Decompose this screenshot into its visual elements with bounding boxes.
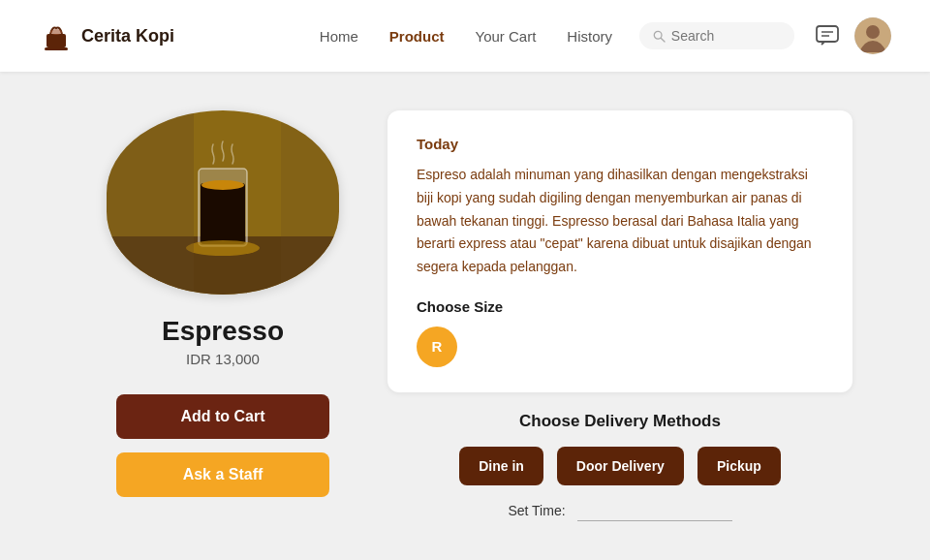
left-panel: Espresso IDR 13,000 Add to Cart Ask a St… [97,110,349,497]
size-r-button[interactable]: R [417,327,457,367]
product-photo [107,110,339,295]
avatar[interactable] [854,17,891,54]
chat-icon [815,23,840,48]
size-options: R [417,327,823,367]
delivery-section: Choose Delivery Methods Dine in Door Del… [388,412,852,521]
set-time-row: Set Time: [508,501,731,521]
svg-rect-5 [817,26,838,42]
svg-rect-0 [46,34,66,47]
set-time-input[interactable] [577,501,732,521]
svg-rect-13 [201,183,245,244]
svg-point-14 [202,180,244,190]
nav-product[interactable]: Product [389,28,445,45]
set-time-label: Set Time: [508,503,565,518]
delivery-buttons: Dine in Door Delivery Pickup [459,447,781,485]
nav-links: Home Product Your Cart History [320,28,612,45]
svg-rect-1 [45,47,68,50]
product-description: Espreso adalah minuman yang dihasilkan d… [417,164,823,279]
choose-size-label: Choose Size [417,298,823,315]
chat-icon-button[interactable] [810,18,845,53]
svg-rect-16 [107,110,194,295]
svg-line-4 [661,38,665,42]
svg-point-15 [186,240,260,256]
nav-cart[interactable]: Your Cart [476,28,537,45]
today-label: Today [417,136,823,152]
product-name: Espresso [162,316,284,347]
nav-history[interactable]: History [567,28,612,45]
search-icon [653,29,666,44]
avatar-image [854,17,891,54]
svg-point-2 [50,29,62,35]
svg-point-9 [866,25,880,39]
ask-staff-button[interactable]: Ask a Staff [116,452,329,497]
nav-home[interactable]: Home [320,28,358,45]
search-input[interactable] [671,28,781,44]
delivery-title: Choose Delivery Methods [519,412,721,431]
pickup-button[interactable]: Pickup [698,447,781,485]
product-price: IDR 13,000 [186,351,260,367]
logo-icon [39,18,74,53]
right-panel: Today Espreso adalah minuman yang dihasi… [388,110,852,521]
door-delivery-button[interactable]: Door Delivery [557,447,684,485]
main-content: Espresso IDR 13,000 Add to Cart Ask a St… [0,72,930,560]
navbar: Cerita Kopi Home Product Your Cart Histo… [0,0,930,72]
dine-in-button[interactable]: Dine in [459,447,543,485]
brand-name: Cerita Kopi [81,26,174,47]
svg-rect-17 [281,110,339,295]
search-bar[interactable] [639,22,794,49]
product-image [107,110,339,295]
add-to-cart-button[interactable]: Add to Cart [116,394,329,439]
logo-area[interactable]: Cerita Kopi [39,18,174,53]
product-info-card: Today Espreso adalah minuman yang dihasi… [388,110,852,392]
